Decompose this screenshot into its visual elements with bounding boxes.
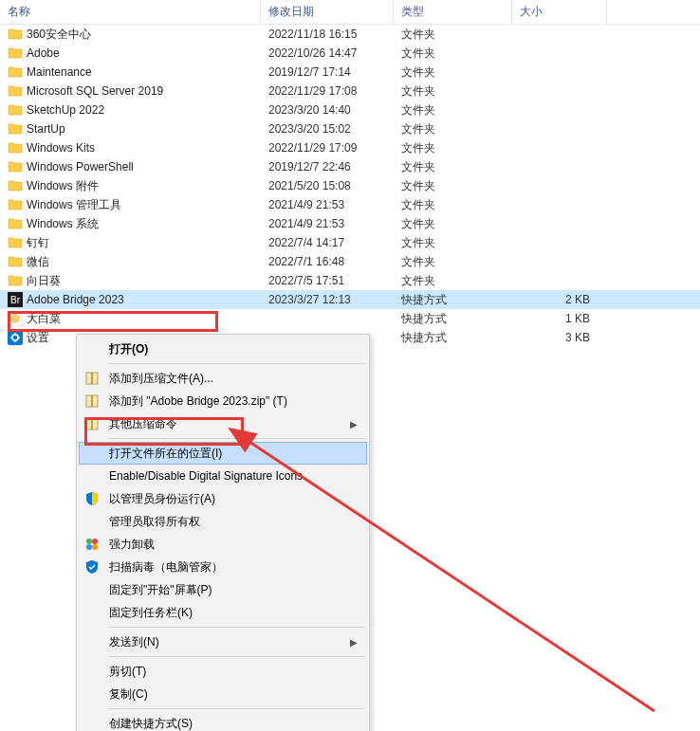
dbc-icon: [8, 311, 23, 326]
folder-icon: [8, 83, 23, 99]
file-row[interactable]: Adobe2022/10/26 14:47文件夹: [0, 44, 700, 63]
zip-icon: [84, 371, 100, 386]
file-row[interactable]: Windows 系统2021/4/9 21:53文件夹: [0, 214, 700, 233]
column-size[interactable]: 大小: [512, 0, 607, 24]
folder-icon: [8, 121, 23, 137]
column-name[interactable]: 名称: [0, 0, 261, 24]
file-row[interactable]: 微信2022/7/1 16:48文件夹: [0, 252, 700, 271]
menu-item[interactable]: 打开(O): [79, 338, 367, 360]
file-row[interactable]: 大白菜快捷方式1 KB: [0, 309, 700, 328]
file-date-cell: 2021/4/9 21:53: [261, 196, 394, 213]
menu-item[interactable]: 固定到"开始"屏幕(P): [79, 578, 367, 601]
file-name-label: 微信: [27, 254, 253, 270]
folder-icon: [8, 46, 23, 61]
menu-item-label: 以管理员身份运行(A): [109, 491, 215, 507]
file-row[interactable]: Microsoft SQL Server 20192022/11/29 17:0…: [0, 82, 700, 101]
menu-item[interactable]: 发送到(N)▶: [79, 630, 367, 653]
file-size-cell: [512, 51, 607, 55]
menu-item[interactable]: 管理员取得所有权: [79, 510, 367, 533]
file-size-cell: [512, 32, 607, 36]
folder-icon: [8, 159, 23, 174]
file-size-cell: [512, 279, 607, 283]
menu-item[interactable]: 添加到 "Adobe Bridge 2023.zip" (T): [79, 390, 367, 412]
file-date-cell: 2021/5/20 15:08: [261, 177, 394, 194]
file-row[interactable]: Maintenance2019/12/7 17:14文件夹: [0, 63, 700, 82]
file-type-cell: 文件夹: [394, 82, 512, 101]
menu-item[interactable]: 强力卸载: [79, 533, 367, 556]
file-size-cell: [512, 146, 607, 150]
file-row[interactable]: SketchUp 20222023/3/20 14:40文件夹: [0, 101, 700, 119]
menu-separator: [109, 656, 365, 657]
file-name-cell: 大白菜: [0, 309, 261, 329]
file-name-label: 360安全中心: [27, 27, 253, 43]
folder-icon: [8, 64, 23, 80]
file-name-cell: Windows 系统: [0, 214, 261, 234]
file-name-label: Adobe Bridge 2023: [27, 293, 253, 306]
file-date-cell: [261, 317, 394, 320]
file-date-cell: 2023/3/20 14:40: [261, 101, 394, 119]
file-name-label: 大白菜: [27, 311, 253, 327]
menu-item[interactable]: 添加到压缩文件(A)...: [79, 367, 367, 390]
file-row[interactable]: BrAdobe Bridge 20232023/3/27 12:13快捷方式2 …: [0, 290, 700, 309]
menu-item[interactable]: Enable/Disable Digital Signature Icons: [79, 465, 367, 487]
svg-rect-11: [91, 418, 93, 429]
file-type-cell: 文件夹: [394, 176, 512, 196]
folder-icon: [8, 178, 23, 193]
file-name-cell: Adobe: [0, 44, 261, 63]
column-type[interactable]: 类型: [394, 0, 512, 24]
file-size-cell: 1 KB: [512, 310, 607, 327]
menu-item-label: 固定到"开始"屏幕(P): [109, 582, 212, 598]
file-type-cell: 文件夹: [394, 138, 512, 158]
menu-separator: [109, 627, 365, 628]
file-type-cell: 文件夹: [394, 271, 512, 291]
menu-item[interactable]: 打开文件所在的位置(I): [79, 442, 367, 465]
file-type-cell: 文件夹: [394, 44, 512, 64]
file-name-cell: Maintenance: [0, 63, 261, 82]
folder-icon: [8, 216, 23, 231]
file-name-label: StartUp: [27, 122, 253, 136]
menu-item[interactable]: 以管理员身份运行(A): [79, 487, 367, 510]
column-date[interactable]: 修改日期: [261, 0, 394, 24]
file-name-label: Windows 管理工具: [27, 197, 253, 213]
file-row[interactable]: Windows 附件2021/5/20 15:08文件夹: [0, 176, 700, 195]
menu-item[interactable]: 固定到任务栏(K): [79, 601, 367, 624]
svg-rect-9: [91, 395, 93, 407]
file-name-label: Windows 系统: [27, 216, 253, 232]
file-size-cell: [512, 89, 607, 93]
menu-item[interactable]: 扫描病毒（电脑管家）: [79, 556, 367, 578]
file-row[interactable]: Windows Kits2022/11/29 17:09文件夹: [0, 138, 700, 157]
file-row[interactable]: StartUp2023/3/20 15:02文件夹: [0, 119, 700, 138]
file-list-header: 名称 修改日期 类型 大小: [0, 0, 700, 25]
file-name-label: Microsoft SQL Server 2019: [27, 84, 253, 98]
file-row[interactable]: Windows PowerShell2019/12/7 22:46文件夹: [0, 157, 700, 176]
file-row[interactable]: 钉钉2022/7/4 14:17文件夹: [0, 233, 700, 252]
file-row[interactable]: Windows 管理工具2021/4/9 21:53文件夹: [0, 195, 700, 214]
file-date-cell: 2022/11/29 17:08: [261, 82, 394, 100]
file-type-cell: 文件夹: [394, 101, 512, 120]
folder-icon: [8, 273, 23, 288]
file-size-cell: 3 KB: [512, 329, 607, 346]
file-size-cell: [512, 108, 607, 112]
menu-item[interactable]: 剪切(T): [79, 660, 367, 683]
svg-point-14: [86, 544, 92, 550]
file-date-cell: 2022/11/29 17:09: [261, 139, 394, 156]
menu-item-label: 其他压缩命令: [109, 416, 177, 432]
file-name-cell: Microsoft SQL Server 2019: [0, 82, 261, 101]
file-list: 360安全中心2022/11/18 16:15文件夹Adobe2022/10/2…: [0, 25, 700, 347]
zip-icon: [84, 416, 100, 431]
file-name-label: Windows Kits: [27, 141, 253, 155]
menu-item-label: 强力卸载: [109, 537, 155, 553]
file-type-cell: 快捷方式: [394, 309, 512, 329]
file-name-cell: Windows PowerShell: [0, 157, 261, 176]
file-type-cell: 文件夹: [394, 119, 512, 139]
file-size-cell: [512, 184, 607, 188]
file-row[interactable]: 360安全中心2022/11/18 16:15文件夹: [0, 25, 700, 44]
menu-item[interactable]: 创建快捷方式(S): [79, 712, 367, 731]
file-name-cell: Windows Kits: [0, 138, 261, 157]
file-row[interactable]: 向日葵2022/7/5 17:51文件夹: [0, 271, 700, 290]
file-name-label: Windows PowerShell: [27, 160, 253, 174]
menu-item[interactable]: 复制(C): [79, 683, 367, 705]
menu-item[interactable]: 其他压缩命令▶: [79, 412, 367, 435]
folder-icon: [8, 27, 23, 42]
file-type-cell: 快捷方式: [394, 290, 512, 310]
